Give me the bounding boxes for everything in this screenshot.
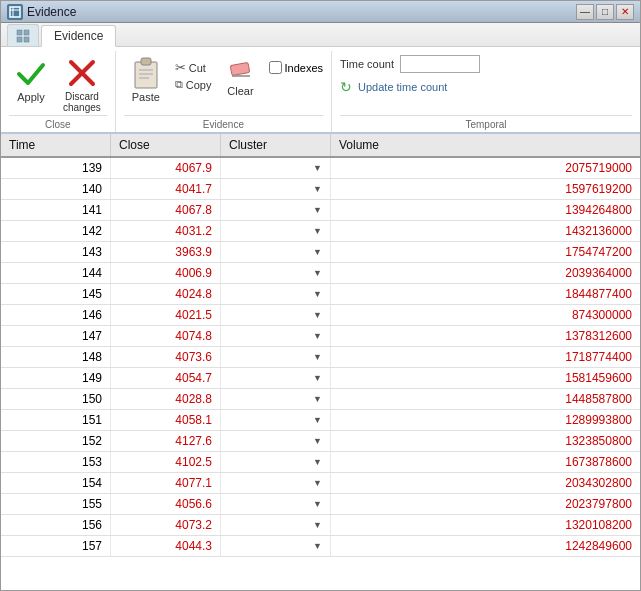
cell-cluster[interactable]: ▼ [221,389,331,409]
cell-time: 149 [1,368,111,388]
cell-time: 142 [1,221,111,241]
cell-volume: 2075719000 [331,158,640,178]
window-controls: — □ ✕ [576,4,634,20]
cell-time: 150 [1,389,111,409]
table-row: 1424031.2▼1432136000 [1,221,640,242]
close-group-content: Apply Discardchanges [9,51,107,115]
discard-icon [66,57,98,89]
cell-close: 4024.8 [111,284,221,304]
maximize-button[interactable]: □ [596,4,614,20]
cell-time: 151 [1,410,111,430]
cell-cluster[interactable]: ▼ [221,200,331,220]
cluster-dropdown-arrow[interactable]: ▼ [313,520,322,530]
cluster-dropdown-arrow[interactable]: ▼ [313,226,322,236]
cluster-dropdown-arrow[interactable]: ▼ [313,541,322,551]
cell-time: 153 [1,452,111,472]
cell-volume: 2034302800 [331,473,640,493]
tab-grid[interactable] [7,24,39,46]
cell-cluster[interactable]: ▼ [221,347,331,367]
copy-button[interactable]: ⧉ Copy [172,77,215,92]
cell-cluster[interactable]: ▼ [221,515,331,535]
cluster-dropdown-arrow[interactable]: ▼ [313,499,322,509]
cell-cluster[interactable]: ▼ [221,368,331,388]
cell-cluster[interactable]: ▼ [221,305,331,325]
cluster-dropdown-arrow[interactable]: ▼ [313,205,322,215]
cluster-dropdown-arrow[interactable]: ▼ [313,373,322,383]
cell-volume: 874300000 [331,305,640,325]
close-button[interactable]: ✕ [616,4,634,20]
table-row: 1404041.7▼1597619200 [1,179,640,200]
cell-time: 144 [1,263,111,283]
discard-button[interactable]: Discardchanges [57,55,107,115]
close-group-label: Close [9,115,107,132]
table-row: 1464021.5▼874300000 [1,305,640,326]
cut-button[interactable]: ✂ Cut [172,59,215,76]
cell-volume: 2023797800 [331,494,640,514]
update-time-button[interactable]: Update time count [358,81,447,93]
paste-button[interactable]: Paste [124,55,168,105]
cell-cluster[interactable]: ▼ [221,221,331,241]
ribbon: Apply Discardchanges Close [1,47,640,134]
minimize-button[interactable]: — [576,4,594,20]
table-row: 1433963.9▼1754747200 [1,242,640,263]
cell-cluster[interactable]: ▼ [221,263,331,283]
cell-cluster[interactable]: ▼ [221,494,331,514]
cell-close: 4067.9 [111,158,221,178]
apply-icon [15,57,47,89]
clear-button[interactable]: Clear [219,55,263,99]
cluster-dropdown-arrow[interactable]: ▼ [313,394,322,404]
indexes-checkbox[interactable]: Indexes [269,55,324,74]
cluster-dropdown-arrow[interactable]: ▼ [313,184,322,194]
cell-cluster[interactable]: ▼ [221,452,331,472]
cell-cluster[interactable]: ▼ [221,179,331,199]
cluster-dropdown-arrow[interactable]: ▼ [313,331,322,341]
apply-button[interactable]: Apply [9,55,53,105]
svg-rect-10 [141,58,151,65]
cluster-dropdown-arrow[interactable]: ▼ [313,289,322,299]
cell-time: 147 [1,326,111,346]
cluster-dropdown-arrow[interactable]: ▼ [313,247,322,257]
cluster-dropdown-arrow[interactable]: ▼ [313,415,322,425]
table-header: Time Close Cluster Volume [1,134,640,158]
cell-cluster[interactable]: ▼ [221,242,331,262]
cluster-dropdown-arrow[interactable]: ▼ [313,478,322,488]
indexes-check[interactable] [269,61,282,74]
cluster-dropdown-arrow[interactable]: ▼ [313,268,322,278]
table-body: 1394067.9▼20757190001404041.7▼1597619200… [1,158,640,590]
cut-copy-group: ✂ Cut ⧉ Copy [172,55,215,92]
table-row: 1574044.3▼1242849600 [1,536,640,557]
table-row: 1504028.8▼1448587800 [1,389,640,410]
cell-volume: 1320108200 [331,515,640,535]
table-container: Time Close Cluster Volume 1394067.9▼2075… [1,134,640,590]
cell-cluster[interactable]: ▼ [221,473,331,493]
cell-cluster[interactable]: ▼ [221,158,331,178]
svg-rect-4 [24,30,29,35]
cell-close: 4044.3 [111,536,221,556]
time-count-label: Time count [340,58,394,70]
tab-evidence[interactable]: Evidence [41,25,116,47]
cell-cluster[interactable]: ▼ [221,326,331,346]
table-row: 1534102.5▼1673878600 [1,452,640,473]
time-count-input[interactable] [400,55,480,73]
clear-icon [225,57,257,81]
cluster-dropdown-arrow[interactable]: ▼ [313,352,322,362]
cell-volume: 1581459600 [331,368,640,388]
table-row: 1524127.6▼1323850800 [1,431,640,452]
cell-close: 4058.1 [111,410,221,430]
cell-volume: 1378312600 [331,326,640,346]
cell-close: 4102.5 [111,452,221,472]
cluster-dropdown-arrow[interactable]: ▼ [313,436,322,446]
cluster-dropdown-arrow[interactable]: ▼ [313,457,322,467]
cell-cluster[interactable]: ▼ [221,410,331,430]
ribbon-group-evidence: Paste ✂ Cut ⧉ Copy [116,51,332,132]
cell-cluster[interactable]: ▼ [221,431,331,451]
cluster-dropdown-arrow[interactable]: ▼ [313,310,322,320]
cell-close: 4127.6 [111,431,221,451]
cluster-dropdown-arrow[interactable]: ▼ [313,163,322,173]
cell-close: 4031.2 [111,221,221,241]
cell-cluster[interactable]: ▼ [221,284,331,304]
cell-cluster[interactable]: ▼ [221,536,331,556]
cell-volume: 1718774400 [331,347,640,367]
cell-close: 4077.1 [111,473,221,493]
table-row: 1554056.6▼2023797800 [1,494,640,515]
